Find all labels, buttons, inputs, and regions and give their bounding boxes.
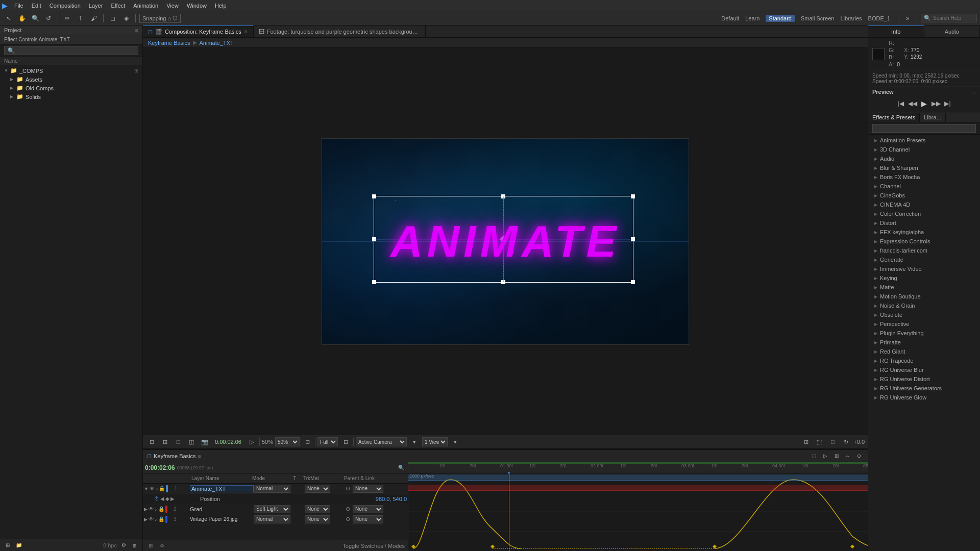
tab-close-comp[interactable]: ✕ (244, 29, 248, 34)
tl-new-comp[interactable]: ◻ (810, 452, 819, 461)
layer-3-audio[interactable]: ♪ (155, 517, 157, 522)
menu-animation[interactable]: Animation (130, 2, 162, 10)
viewer-channels[interactable]: □ (173, 437, 184, 447)
layer-1-audio[interactable]: ♪ (156, 486, 158, 491)
ep-motion-boutique[interactable]: ▶ Motion Boutique (868, 292, 980, 301)
camera-select[interactable]: Active Camera (356, 437, 407, 446)
ep-3d-channel[interactable]: ▶ 3D Channel (868, 145, 980, 154)
tl-curve[interactable]: ～ (843, 452, 852, 461)
sub-position-value[interactable]: 960.0, 540.0 (376, 496, 407, 502)
tab-comp-keyframe-basics[interactable]: ◻ 🎬 Composition: Keyframe Basics ✕ (143, 26, 254, 37)
ep-primatte[interactable]: ▶ Primatte (868, 338, 980, 347)
viewer-timecode-btn[interactable]: ▷ (246, 437, 257, 447)
ep-plugin-everything[interactable]: ▶ Plugin Everything (868, 329, 980, 338)
sub-stopwatch[interactable]: ⏱ (154, 496, 159, 502)
ep-rg-universe-distort[interactable]: ▶ RG Universe Distort (868, 374, 980, 384)
preview-prev-frame[interactable]: ◀◀ (908, 99, 918, 108)
viewer-snapshot[interactable]: 📷 (199, 437, 210, 447)
handle-bot-right[interactable] (631, 280, 635, 284)
tool-hand[interactable]: ✋ (16, 13, 28, 23)
tool-puppet[interactable]: ◈ (120, 13, 132, 23)
layer-1-parent-select[interactable]: None (353, 485, 383, 493)
project-new-comp[interactable]: ⊞ (3, 541, 12, 550)
tree-item-old-comps[interactable]: ▶ 📁 Old Comps (0, 84, 142, 92)
zoom-select[interactable]: 50%100%25% (275, 437, 300, 446)
ep-search-input[interactable] (872, 124, 976, 133)
workspace-default[interactable]: Default (721, 15, 739, 21)
tl-solo[interactable]: ⊙ (854, 452, 864, 461)
layer-row-3[interactable]: ▶ 👁 ♪ 🔒 3 Vintage Paper 26.jpg Normal (143, 514, 408, 524)
ep-red-giant[interactable]: ▶ Red Giant (868, 347, 980, 356)
layer-3-parent-select[interactable]: None (353, 515, 383, 523)
project-menu-icon[interactable]: ≡ (135, 27, 138, 33)
layer-2-expand[interactable]: ▶ (144, 507, 148, 512)
ep-rg-universe-generators[interactable]: ▶ RG Universe Generators (868, 384, 980, 393)
menu-edit[interactable]: Edit (28, 2, 45, 10)
layer-search-icon[interactable]: 🔍 (397, 463, 406, 472)
tool-pen[interactable]: ✏ (62, 13, 73, 23)
layer-2-bar[interactable] (408, 485, 868, 491)
tree-item-comps[interactable]: ▼ 📁 _COMPS ⊞ (0, 66, 142, 75)
tool-shape[interactable]: ◻ (107, 13, 118, 23)
snapping-toggle[interactable]: Snapping ⌂ ⬡ (139, 14, 181, 23)
layer-2-mode-select[interactable]: Soft Light (254, 505, 290, 513)
ep-distort[interactable]: ▶ Distort (868, 218, 980, 228)
viewer-pixel[interactable]: □ (827, 437, 838, 447)
ep-efx-keying[interactable]: ▶ EFX keying/alpha (868, 228, 980, 237)
ep-generate[interactable]: ▶ Generate (868, 255, 980, 264)
sub-prev-kf[interactable]: ◀ (160, 496, 164, 502)
tool-text[interactable]: T (75, 13, 86, 23)
work-area-bar[interactable] (408, 462, 868, 464)
view-select[interactable]: 1 View (422, 437, 448, 446)
workspace-expand[interactable]: » (902, 13, 913, 23)
layer-3-pick-whip[interactable]: ⊙ (346, 516, 350, 522)
viewer-quality-toggle[interactable]: ⊟ (340, 437, 351, 447)
layer-timecode[interactable]: 0:00:02:06 (145, 464, 175, 471)
viewer-3d[interactable]: ⬚ (814, 437, 825, 447)
workspace-standard[interactable]: Standard (766, 15, 795, 22)
project-new-folder[interactable]: 📁 (14, 541, 23, 550)
layer-3-mode-select[interactable]: Normal (254, 515, 290, 523)
workspace-small[interactable]: Small Screen (801, 15, 834, 21)
handle-bot-left[interactable] (372, 280, 376, 284)
tool-rotate[interactable]: ↺ (43, 13, 54, 23)
menu-file[interactable]: File (11, 2, 27, 10)
layer-3-eye[interactable]: 👁 (149, 516, 154, 522)
ep-blur-sharpen[interactable]: ▶ Blur & Sharpen (868, 163, 980, 172)
search-input[interactable] (933, 15, 974, 21)
tool-paint[interactable]: 🖌 (88, 13, 100, 23)
breadcrumb-keyframe[interactable]: Keyframe Basics (148, 40, 190, 46)
layer-1-tikmat-select[interactable]: None (305, 485, 330, 493)
layer-1-bar[interactable] (408, 474, 868, 481)
menu-effect[interactable]: Effect (107, 2, 129, 10)
ep-noise-grain[interactable]: ▶ Noise & Grain (868, 301, 980, 310)
ep-rg-universe-glow[interactable]: ▶ RG Universe Glow (868, 393, 980, 402)
ep-expression-controls[interactable]: ▶ Expression Controls (868, 237, 980, 246)
ep-cinegobs[interactable]: ▶ CineGobs (868, 191, 980, 200)
ep-rg-universe-blur[interactable]: ▶ RG Universe Blur (868, 365, 980, 374)
tab-audio[interactable]: Audio (924, 26, 981, 37)
ep-tab-libraries[interactable]: Libra... (920, 113, 946, 122)
ep-keying[interactable]: ▶ Keying (868, 273, 980, 283)
layer-2-audio[interactable]: ♪ (155, 507, 157, 512)
ep-obsolete[interactable]: ▶ Obsolete (868, 310, 980, 319)
tool-zoom[interactable]: 🔍 (30, 13, 41, 23)
sub-add-kf[interactable]: ◆ (165, 496, 169, 502)
project-settings[interactable]: ⚙ (119, 541, 128, 550)
workspace-bode[interactable]: BODE_1 (868, 15, 890, 21)
layer-3-tikmat-select[interactable]: None (305, 515, 330, 523)
ep-francois[interactable]: ▶ francois-tarlier.com (868, 246, 980, 255)
viewer-canvas[interactable]: ANIMATE (322, 138, 689, 345)
preview-menu[interactable]: ≡ (973, 89, 976, 95)
tl-render[interactable]: ▷ (821, 452, 830, 461)
preview-last-frame[interactable]: ▶| (943, 99, 953, 108)
timeline-menu-icon[interactable]: ≡ (198, 453, 201, 459)
project-delete[interactable]: 🗑 (130, 541, 139, 550)
ep-boris-fx[interactable]: ▶ Boris FX Mocha (868, 172, 980, 182)
layer-1-pick-whip[interactable]: ⊙ (346, 485, 350, 491)
preview-first-frame[interactable]: |◀ (896, 99, 906, 108)
layer-row-2[interactable]: ▶ 👁 ♪ 🔒 2 Grad Soft Light (143, 504, 408, 514)
toggle-switches-label[interactable]: Toggle Switches / Modes (342, 543, 405, 549)
menu-layer[interactable]: Layer (85, 2, 107, 10)
menu-window[interactable]: Window (183, 2, 210, 10)
